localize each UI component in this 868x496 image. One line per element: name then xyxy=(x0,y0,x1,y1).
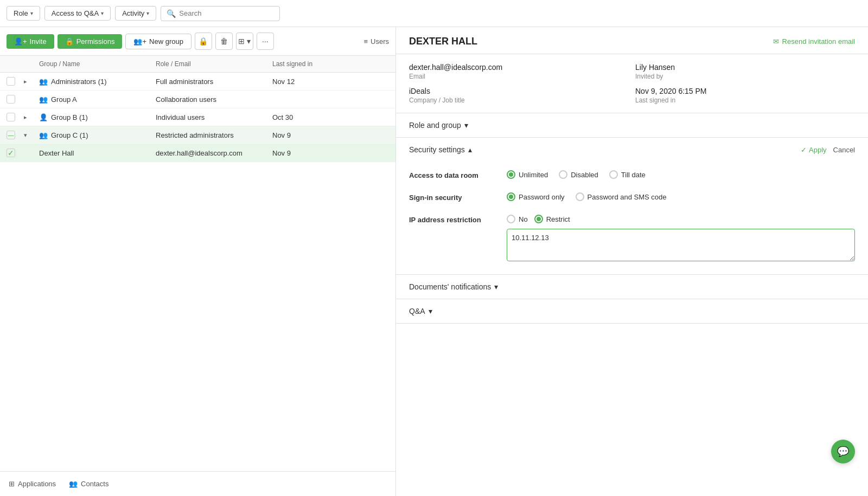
documents-notifications-header[interactable]: Documents' notifications xyxy=(396,275,868,299)
invite-plus-icon: 👤+ xyxy=(14,37,27,46)
cancel-button[interactable]: Cancel xyxy=(833,146,855,154)
invite-button[interactable]: 👤+ Invite xyxy=(7,34,54,49)
group-name-cell: 👤 Group B (1) xyxy=(39,113,156,121)
qna-dropdown[interactable]: Access to Q&A ▾ xyxy=(44,6,111,21)
lock-icon-button[interactable]: 🔒 xyxy=(195,33,212,50)
qna-header[interactable]: Q&A xyxy=(396,299,868,323)
table-row[interactable]: ▸ 👤 Group B (1) Individual users Oct 30 xyxy=(0,108,395,126)
search-box: 🔍 xyxy=(161,6,280,21)
bottom-nav: ⊞ Applications 👥 Contacts xyxy=(0,471,395,496)
user-name-heading: DEXTER HALL xyxy=(409,36,477,47)
users-icon: ≡ xyxy=(363,37,368,46)
cancel-label: Cancel xyxy=(833,146,855,154)
search-input[interactable] xyxy=(179,9,274,17)
role-cell: Full administrators xyxy=(156,78,272,86)
qna-chevron-icon xyxy=(429,307,432,315)
security-actions: ✓ Apply Cancel xyxy=(801,146,855,154)
role-cell: Restricted administrators xyxy=(156,131,272,139)
contacts-icon: 👥 xyxy=(69,480,78,488)
table-row[interactable]: 👥 Group A Collaboration users xyxy=(0,91,395,108)
row-checkbox[interactable]: ✓ xyxy=(7,149,15,157)
role-group-header[interactable]: Role and group xyxy=(396,113,868,137)
ip-restrict-label: Restrict xyxy=(546,215,570,223)
ip-label: IP address restriction xyxy=(409,215,507,224)
header-checkbox-col xyxy=(7,60,24,68)
table-row[interactable]: ✓ Dexter Hall dexter.hall@idealscorp.com… xyxy=(0,144,395,162)
activity-dropdown[interactable]: Activity ▾ xyxy=(115,6,156,21)
new-group-button[interactable]: 👥+ New group xyxy=(125,34,191,49)
ip-restrict-radio[interactable] xyxy=(534,215,543,223)
row-checkbox[interactable]: — xyxy=(7,131,15,139)
access-disabled-option[interactable]: Disabled xyxy=(559,170,598,179)
invite-label: Invite xyxy=(30,37,47,46)
grid-icon-button[interactable]: ⊞ ▾ xyxy=(236,33,253,50)
ip-no-radio[interactable] xyxy=(507,215,515,223)
contacts-nav-item[interactable]: 👥 Contacts xyxy=(69,480,108,488)
password-only-option[interactable]: Password only xyxy=(507,192,565,201)
invited-by-info: Lily Hansen Invited by xyxy=(635,63,855,80)
access-unlimited-option[interactable]: Unlimited xyxy=(507,170,548,179)
search-icon: 🔍 xyxy=(167,9,176,18)
permissions-lock-icon: 🔒 xyxy=(65,37,74,46)
apply-label: Apply xyxy=(809,146,827,154)
group-name-text: Group B (1) xyxy=(51,113,88,121)
applications-nav-item[interactable]: ⊞ Applications xyxy=(9,480,56,488)
ip-no-option[interactable]: No xyxy=(507,215,528,223)
user-info-grid: dexter.hall@idealscorp.com Email Lily Ha… xyxy=(396,54,868,113)
ip-restrict-option[interactable]: Restrict xyxy=(534,215,570,223)
role-group-title: Role and group xyxy=(409,121,468,130)
row-checkbox[interactable] xyxy=(7,77,15,86)
permissions-button[interactable]: 🔒 Permissions xyxy=(58,34,123,49)
till-date-radio[interactable] xyxy=(609,170,618,179)
role-group-chevron-icon xyxy=(464,121,468,130)
role-arrow-icon: ▾ xyxy=(30,10,33,16)
signin-options: Password only Password and SMS code xyxy=(507,192,855,201)
table-body: ▸ 👥 Administrators (1) Full administrato… xyxy=(0,73,395,471)
expand-icon[interactable]: ▸ xyxy=(24,78,39,85)
qna-label: Access to Q&A xyxy=(52,9,99,17)
column-group-name[interactable]: Group / Name xyxy=(39,60,156,68)
role-cell: Individual users xyxy=(156,113,272,121)
row-checkbox[interactable] xyxy=(7,95,15,104)
email-label: Email xyxy=(409,73,629,80)
password-only-radio[interactable] xyxy=(507,192,515,201)
qna-title-text: Q&A xyxy=(409,307,425,315)
ip-options: No Restrict xyxy=(507,215,855,223)
password-sms-radio[interactable] xyxy=(576,192,584,201)
user-header: DEXTER HALL ✉ Resend invitation email xyxy=(396,27,868,54)
unlimited-label: Unlimited xyxy=(519,171,548,179)
unlimited-radio[interactable] xyxy=(507,170,515,179)
expand-icon[interactable]: ▾ xyxy=(24,132,39,139)
qna-arrow-icon: ▾ xyxy=(101,10,104,16)
column-last-signed[interactable]: Last signed in xyxy=(272,60,389,68)
role-dropdown[interactable]: Role ▾ xyxy=(7,6,40,21)
users-label-container: ≡ Users xyxy=(363,37,389,46)
notifications-title: Documents' notifications xyxy=(409,282,498,291)
disabled-radio[interactable] xyxy=(559,170,567,179)
access-till-date-option[interactable]: Till date xyxy=(609,170,646,179)
row-checkbox[interactable] xyxy=(7,113,15,121)
group-name-cell: 👥 Group C (1) xyxy=(39,131,156,139)
column-role-email[interactable]: Role / Email xyxy=(156,60,272,68)
security-settings-header[interactable]: Security settings ✓ Apply Cancel xyxy=(396,138,868,162)
company-info: iDeals Company / Job title xyxy=(409,87,629,104)
mail-icon: ✉ xyxy=(773,37,779,46)
apply-button[interactable]: ✓ Apply xyxy=(801,146,827,154)
table-row[interactable]: — ▾ 👥 Group C (1) Restricted administrat… xyxy=(0,126,395,144)
password-sms-option[interactable]: Password and SMS code xyxy=(576,192,667,201)
email-info: dexter.hall@idealscorp.com Email xyxy=(409,63,629,80)
chat-fab-button[interactable]: 💬 xyxy=(831,440,855,463)
security-title: Security settings xyxy=(409,145,472,154)
resend-invitation-button[interactable]: ✉ Resend invitation email xyxy=(773,37,855,46)
trash-icon-button[interactable]: 🗑 xyxy=(215,33,233,50)
table-row[interactable]: ▸ 👥 Administrators (1) Full administrato… xyxy=(0,73,395,91)
qna-section: Q&A xyxy=(396,299,868,324)
expand-icon[interactable]: ▸ xyxy=(24,114,39,121)
ip-address-input[interactable]: 10.11.12.13 xyxy=(507,229,855,261)
group-name-text: Group A xyxy=(51,95,77,104)
check-icon: ✓ xyxy=(8,149,14,157)
company-value: iDeals xyxy=(409,87,629,95)
more-icon-button[interactable]: ··· xyxy=(257,33,274,50)
new-group-icon: 👥+ xyxy=(133,37,146,46)
signin-security-row: Sign-in security Password only Password … xyxy=(409,192,855,202)
